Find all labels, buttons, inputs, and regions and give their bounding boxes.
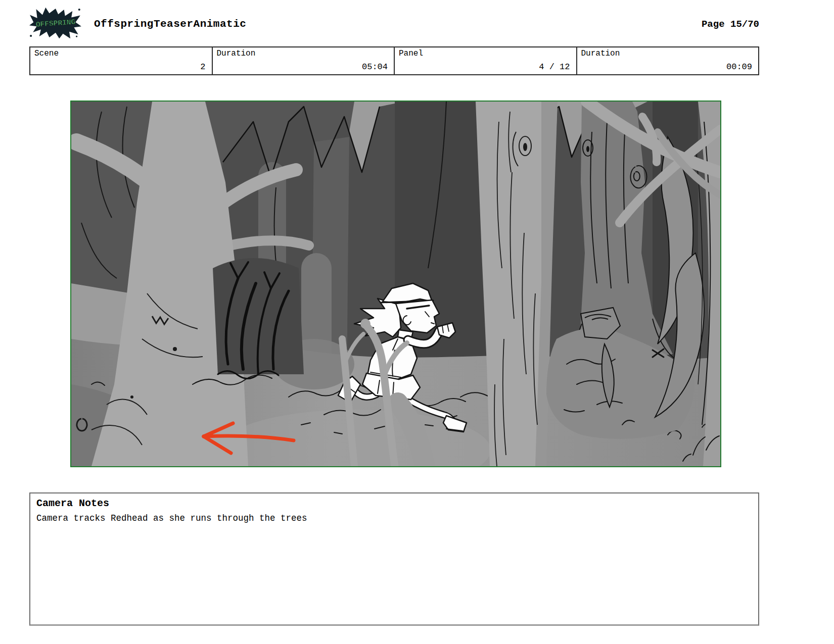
scene-duration-cell: Duration 05:04 (213, 47, 395, 74)
shot-info-table: Scene 2 Duration 05:04 Panel 4 / 12 Dura… (29, 46, 759, 75)
camera-notes-text: Camera tracks Redhead as she runs throug… (36, 513, 752, 523)
logo-splatter-icon: OFFSPRING (29, 8, 81, 38)
panel-label: Panel (399, 49, 572, 58)
storyboard-panel-image (70, 101, 721, 467)
bramble-thicket (213, 258, 304, 379)
panel-value: 4 / 12 (399, 62, 572, 72)
document-title: OffspringTeaserAnimatic (94, 18, 246, 30)
scene-label: Scene (34, 49, 208, 58)
offspring-logo: OFFSPRING (29, 6, 82, 39)
scene-cell: Scene 2 (30, 47, 213, 74)
panel-duration-value: 00:09 (581, 62, 755, 72)
panel-duration-cell: Duration 00:09 (577, 47, 759, 74)
panel-duration-label: Duration (581, 49, 755, 58)
panel-cell: Panel 4 / 12 (395, 47, 577, 74)
scene-value: 2 (34, 62, 208, 72)
page-number: Page 15/70 (698, 19, 759, 30)
scene-duration-value: 05:04 (217, 62, 390, 72)
camera-notes-title: Camera Notes (36, 498, 752, 509)
scene-duration-label: Duration (217, 49, 390, 58)
camera-notes-box: Camera Notes Camera tracks Redhead as sh… (29, 492, 759, 626)
